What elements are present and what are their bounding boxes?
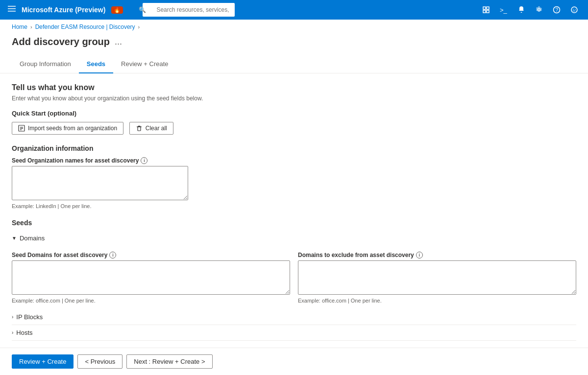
ip-blocks-collapsible[interactable]: › IP Blocks <box>12 309 576 325</box>
cloud-shell-icon[interactable]: >_ <box>496 2 512 18</box>
svg-rect-0 <box>8 6 16 7</box>
svg-rect-17 <box>138 127 141 131</box>
svg-rect-2 <box>8 11 16 12</box>
review-create-button[interactable]: Review + Create <box>12 354 74 369</box>
domains-header[interactable]: ▼ Domains <box>12 231 576 246</box>
page-header: Add discovery group ... <box>0 34 588 55</box>
quick-start-section: Quick Start (optional) Import seeds from… <box>12 110 576 135</box>
content-area: Tell us what you know Enter what you kno… <box>0 73 588 375</box>
svg-point-10 <box>571 7 577 13</box>
hosts-label: Hosts <box>16 329 32 336</box>
breadcrumb-chevron-2: › <box>138 24 140 30</box>
search-wrapper: 🔍 <box>135 3 298 17</box>
tabs: Group Information Seeds Review + Create <box>0 55 588 73</box>
svg-rect-5 <box>483 10 486 13</box>
exclude-domains-textarea[interactable] <box>298 260 576 295</box>
search-icon: 🔍 <box>139 6 146 13</box>
tab-seeds[interactable]: Seeds <box>79 55 113 73</box>
notifications-icon[interactable] <box>514 2 529 18</box>
svg-text:?: ? <box>556 7 559 13</box>
next-button[interactable]: Next : Review + Create > <box>126 354 212 369</box>
settings-icon[interactable] <box>531 2 547 18</box>
domains-chevron-icon: ▼ <box>12 235 17 241</box>
tell-us-title: Tell us what you know <box>12 83 576 92</box>
seed-domains-textarea[interactable] <box>12 260 290 295</box>
hosts-chevron-icon: › <box>12 330 13 335</box>
tell-us-section: Tell us what you know Enter what you kno… <box>12 83 576 102</box>
seed-domains-field: Seed Domains for asset discovery i Examp… <box>12 252 290 304</box>
svg-rect-4 <box>487 7 489 9</box>
org-field-info-icon[interactable]: i <box>141 157 147 164</box>
topbar: Microsoft Azure (Preview) 🔥 🔍 >_ <box>0 0 588 20</box>
feedback-icon[interactable] <box>566 2 582 18</box>
previous-button[interactable]: < Previous <box>77 354 122 369</box>
exclude-domains-hint: Example: office.com | One per line. <box>298 298 576 304</box>
footer-bar: Review + Create < Previous Next : Review… <box>0 348 588 375</box>
search-input[interactable] <box>143 3 235 17</box>
breadcrumb-defender[interactable]: Defender EASM Resource | Discovery <box>35 23 135 30</box>
portal-settings-icon[interactable] <box>478 2 494 18</box>
ip-blocks-chevron-icon: › <box>12 314 13 320</box>
breadcrumb-chevron-1: › <box>30 24 32 30</box>
more-options-button[interactable]: ... <box>115 37 122 47</box>
svg-rect-1 <box>8 8 16 9</box>
tab-group-information[interactable]: Group Information <box>12 55 79 73</box>
clear-all-button[interactable]: Clear all <box>129 122 173 135</box>
tab-review-create[interactable]: Review + Create <box>113 55 176 73</box>
svg-text:>_: >_ <box>500 6 508 14</box>
org-field-label: Seed Organization names for asset discov… <box>12 157 576 164</box>
app-title: Microsoft Azure (Preview) <box>22 6 105 14</box>
seeds-title: Seeds <box>12 219 576 227</box>
domains-collapsible: ▼ Domains Seed Domains for asset discove… <box>12 231 576 309</box>
page-title: Add discovery group <box>12 36 110 47</box>
svg-rect-6 <box>487 10 489 13</box>
help-icon[interactable]: ? <box>549 2 564 18</box>
svg-point-12 <box>575 9 576 10</box>
seed-domains-label: Seed Domains for asset discovery i <box>12 252 290 258</box>
exclude-domains-label: Domains to exclude from asset discovery … <box>298 252 576 258</box>
hosts-collapsible[interactable]: › Hosts <box>12 325 576 341</box>
preview-badge: 🔥 <box>111 6 123 14</box>
import-seeds-button[interactable]: Import seeds from an organization <box>12 122 123 135</box>
import-seeds-label: Import seeds from an organization <box>28 125 117 132</box>
clear-all-label: Clear all <box>146 125 167 132</box>
org-field-hint: Example: LinkedIn | One per line. <box>12 203 576 209</box>
seed-domains-info-icon[interactable]: i <box>109 252 116 258</box>
topbar-icon-group: >_ ? <box>478 2 582 18</box>
domains-content: Seed Domains for asset discovery i Examp… <box>12 246 576 309</box>
org-info-section: Organization information Seed Organizati… <box>12 144 576 209</box>
exclude-domains-info-icon[interactable]: i <box>416 252 423 258</box>
quick-start-label: Quick Start (optional) <box>12 110 576 117</box>
breadcrumb: Home › Defender EASM Resource | Discover… <box>0 20 588 34</box>
domains-two-col: Seed Domains for asset discovery i Examp… <box>12 252 576 304</box>
hamburger-menu[interactable] <box>6 3 18 17</box>
ip-blocks-label: IP Blocks <box>16 313 43 321</box>
breadcrumb-home[interactable]: Home <box>12 23 27 30</box>
svg-rect-3 <box>483 7 486 9</box>
domains-label: Domains <box>20 234 45 242</box>
seed-domains-hint: Example: office.com | One per line. <box>12 298 290 304</box>
exclude-domains-field: Domains to exclude from asset discovery … <box>298 252 576 304</box>
tell-us-desc: Enter what you know about your organizat… <box>12 95 576 102</box>
org-section-title: Organization information <box>12 144 576 152</box>
main-container: Home › Defender EASM Resource | Discover… <box>0 20 588 375</box>
svg-point-11 <box>573 9 574 10</box>
seeds-section: Seeds ▼ Domains Seed Domains for asset d… <box>12 219 576 341</box>
org-names-textarea[interactable] <box>12 166 188 200</box>
